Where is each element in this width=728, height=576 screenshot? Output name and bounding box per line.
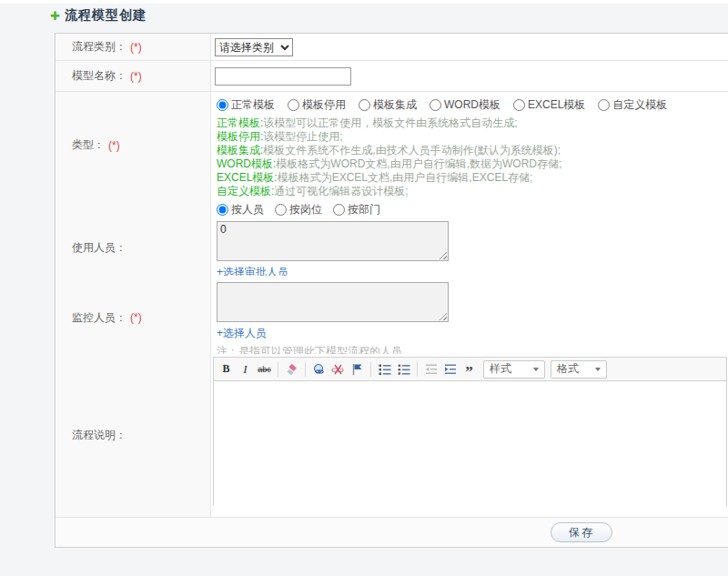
remove-format-button[interactable] — [283, 360, 300, 378]
monitors-textarea[interactable] — [217, 282, 449, 322]
format-dropdown[interactable]: 格式 — [551, 360, 607, 379]
italic-button[interactable]: I — [237, 360, 254, 378]
select-people-link[interactable]: +选择人员 — [217, 326, 267, 341]
model-name-label-cell: 模型名称： (*) — [56, 61, 211, 91]
description-label-cell: 流程说明： — [56, 354, 211, 517]
page-title: 流程模型创建 — [65, 7, 147, 24]
type-option-normal[interactable]: 正常模板 — [217, 97, 275, 113]
model-name-label: 模型名称： — [72, 68, 126, 84]
monitors-textarea-wrap — [217, 282, 449, 322]
monitors-label: 监控人员： — [72, 310, 126, 326]
type-option-word[interactable]: WORD模板 — [430, 97, 500, 113]
editor-content-area[interactable] — [214, 381, 726, 506]
users-radio[interactable] — [333, 204, 345, 216]
plus-icon: ✚ — [50, 10, 60, 22]
description-content-cell: B I abc — [211, 354, 728, 517]
indent-icon — [444, 363, 457, 376]
type-radio-group: 正常模板 模板停用 模板集成 WORD模板 EXCEL模板 — [211, 92, 728, 113]
users-option-by-person[interactable]: 按人员 — [217, 202, 264, 217]
chevron-down-icon — [595, 368, 601, 371]
process-model-form: 流程类别： (*) 请选择类别 模型名称： (*) 类型： (*) — [55, 33, 728, 548]
row-users: 使用人员： 按人员 按岗位 按部门 0 +选 — [56, 197, 728, 276]
row-monitors: 监控人员： (*) +选择人员 注：是指可以管理此下模型流程的人员 — [56, 276, 728, 354]
bulleted-list-button[interactable] — [395, 360, 412, 378]
monitors-label-cell: 监控人员： (*) — [56, 276, 211, 359]
type-descriptions: 正常模板:该模型可以正常使用，模板文件由系统格式自动生成; 模板停用:该模型停止… — [211, 113, 728, 198]
indent-button[interactable] — [441, 360, 459, 378]
required-marker: (*) — [130, 41, 142, 54]
bulleted-list-icon — [398, 363, 410, 376]
type-description: 模板集成:模板文件系统不作生成,由技术人员手动制作(默认为系统模板); — [217, 144, 728, 157]
type-description: WORD模板:模板格式为WORD文档,由用户自行编辑,数据为WORD存储; — [217, 157, 728, 171]
type-radio[interactable] — [359, 99, 370, 111]
row-category: 流程类别： (*) 请选择类别 — [56, 34, 728, 61]
unlink-button[interactable] — [329, 360, 347, 378]
outdent-icon — [425, 363, 438, 376]
numbered-list-button[interactable] — [376, 360, 393, 378]
blockquote-icon: ” — [465, 368, 473, 377]
chevron-down-icon — [533, 368, 539, 371]
row-save: 保存 — [56, 518, 728, 547]
anchor-button[interactable] — [349, 360, 366, 378]
category-select[interactable]: 请选择类别 — [215, 38, 293, 56]
users-textarea-wrap: 0 — [217, 221, 449, 261]
row-description: 流程说明： B I abc — [56, 354, 728, 518]
category-label-cell: 流程类别： (*) — [56, 34, 211, 60]
type-radio[interactable] — [513, 99, 525, 111]
required-marker: (*) — [130, 70, 142, 83]
type-radio[interactable] — [217, 99, 228, 111]
row-type: 类型： (*) 正常模板 模板停用 模板集成 WORD模板 — [56, 92, 728, 197]
eraser-icon — [286, 363, 298, 376]
category-label: 流程类别： — [72, 39, 126, 55]
type-option-integrated[interactable]: 模板集成 — [359, 97, 417, 113]
type-label: 类型： — [72, 137, 105, 153]
strikethrough-button[interactable]: abc — [256, 360, 273, 378]
type-radio[interactable] — [598, 99, 610, 111]
save-button[interactable]: 保存 — [551, 522, 612, 542]
type-radio[interactable] — [288, 99, 299, 111]
type-radio[interactable] — [430, 99, 441, 111]
users-radio[interactable] — [217, 204, 228, 216]
bold-icon: B — [222, 362, 229, 376]
blockquote-button[interactable]: ” — [460, 360, 478, 378]
top-strip — [0, 0, 728, 4]
model-name-input[interactable] — [215, 67, 351, 86]
editor-toolbar: B I abc — [214, 358, 726, 381]
description-label: 流程说明： — [72, 428, 126, 443]
outdent-button[interactable] — [422, 360, 440, 378]
flag-icon — [351, 363, 363, 376]
category-content-cell: 请选择类别 — [211, 34, 728, 60]
model-name-content-cell — [211, 61, 728, 91]
type-description: 正常模板:该模型可以正常使用，模板文件由系统格式自动生成; — [217, 116, 728, 130]
users-option-by-post[interactable]: 按岗位 — [275, 202, 322, 217]
toolbar-separator — [278, 362, 278, 377]
type-label-cell: 类型： (*) — [56, 92, 211, 198]
toolbar-separator — [370, 362, 371, 377]
type-description: EXCEL模板:模板格式为EXCEL文档,由用户自行编辑,EXCEL存储; — [217, 171, 728, 185]
toolbar-separator — [305, 362, 306, 377]
required-marker: (*) — [108, 139, 120, 152]
link-button[interactable] — [310, 360, 328, 378]
monitors-content-cell: +选择人员 注：是指可以管理此下模型流程的人员 — [211, 276, 728, 359]
bold-button[interactable]: B — [217, 360, 235, 378]
styles-dropdown[interactable]: 样式 — [483, 360, 545, 379]
type-option-disabled[interactable]: 模板停用 — [288, 97, 346, 113]
users-radio[interactable] — [275, 204, 287, 216]
required-marker: (*) — [130, 311, 142, 324]
type-content-cell: 正常模板 模板停用 模板集成 WORD模板 EXCEL模板 — [211, 92, 728, 198]
page-header: ✚ 流程模型创建 — [50, 7, 147, 24]
unlink-icon — [331, 363, 345, 376]
rich-text-editor: B I abc — [213, 357, 727, 506]
strikethrough-icon: abc — [258, 365, 271, 374]
numbered-list-icon — [379, 363, 391, 376]
toolbar-separator — [417, 362, 418, 377]
users-option-by-dept[interactable]: 按部门 — [333, 202, 380, 217]
type-option-custom[interactable]: 自定义模板 — [598, 97, 667, 113]
row-model-name: 模型名称： (*) — [56, 61, 728, 92]
link-icon — [312, 363, 326, 376]
users-textarea[interactable]: 0 — [217, 221, 449, 261]
users-label: 使用人员： — [72, 240, 126, 256]
type-description: 模板停用:该模型停止使用; — [217, 130, 728, 144]
type-option-excel[interactable]: EXCEL模板 — [513, 97, 585, 113]
users-radio-group: 按人员 按岗位 按部门 — [211, 197, 728, 217]
